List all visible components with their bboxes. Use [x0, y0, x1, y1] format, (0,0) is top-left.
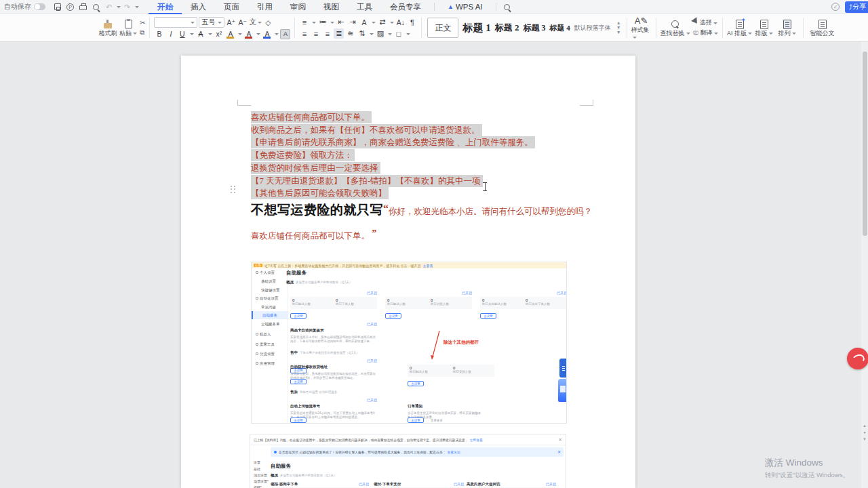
highlight-color-button[interactable]: A	[225, 29, 235, 39]
decrease-indent-button[interactable]: ⇤	[336, 17, 346, 27]
status-link: 已开启	[462, 291, 472, 295]
tab-reference[interactable]: 引用	[248, 0, 281, 14]
char-shading-button[interactable]: A	[280, 29, 290, 39]
styleset-group: A✎ 样式集	[629, 14, 654, 41]
decrease-font-button[interactable]: A⁻	[237, 17, 248, 27]
phonetic-guide-button[interactable]: 文	[249, 17, 262, 27]
tab-page[interactable]: 页面	[215, 0, 248, 14]
increase-font-button[interactable]: A⁺	[226, 17, 236, 27]
clear-format-button[interactable]: ◇	[263, 17, 273, 27]
align-center-button[interactable]: ≡	[311, 28, 321, 39]
shot2-overview: 概况多场景自动服务用户的整体数据（近1天）	[271, 473, 337, 478]
ribbon-spacer	[0, 14, 95, 41]
info-dot-icon	[274, 451, 277, 453]
shading-button[interactable]: ▨	[375, 28, 385, 39]
after-right-card: 订单通知 当订单发生状态变化时自动通知买家，提升买家购物体验与店铺服务质量。 去…	[408, 398, 482, 420]
tab-view[interactable]: 视图	[315, 0, 348, 14]
copy-button[interactable]: ⧉	[140, 28, 145, 37]
border-button[interactable]: □	[393, 28, 403, 39]
layout-button[interactable]: 排版	[753, 18, 776, 37]
undo-caret-icon[interactable]	[117, 6, 121, 10]
paste-button[interactable]: 粘贴	[118, 18, 138, 37]
status-link: 已开启	[359, 482, 369, 486]
bold-button[interactable]: B	[154, 29, 164, 39]
find-replace-button[interactable]: 查找替换	[660, 18, 690, 37]
char-color-blue-button[interactable]: A	[262, 29, 272, 39]
increase-indent-button[interactable]: ⇥	[347, 17, 357, 27]
vertical-scrollbar[interactable]	[861, 42, 868, 488]
italic-button[interactable]: I	[165, 29, 176, 39]
smart-doc-button[interactable]: 智能公文	[808, 18, 837, 37]
tab-review[interactable]: 审阅	[281, 0, 315, 14]
tab-tools[interactable]: 工具	[348, 0, 381, 14]
style-heading2[interactable]: 标题 2	[495, 22, 519, 34]
sort-button[interactable]: A↓	[395, 17, 406, 27]
scrollbar-thumb[interactable]	[863, 52, 867, 236]
preview-button[interactable]	[90, 2, 102, 12]
format-painter-button[interactable]: 格式刷	[98, 18, 118, 37]
save-button[interactable]	[52, 2, 63, 12]
print-button[interactable]	[77, 2, 89, 12]
redo-button[interactable]: ↷	[121, 2, 133, 12]
undo-button[interactable]: ↶	[103, 2, 115, 12]
tab-insert[interactable]: 插入	[182, 0, 215, 14]
superscript-button[interactable]: x²	[214, 29, 224, 39]
tab-wps-ai[interactable]: ▲WPS AI	[439, 0, 492, 14]
embedded-screenshot-1[interactable]: 公告 近7天有 公告上新：多场景自动化服务能力已升级，开启后可自动触达咨询用户，…	[251, 262, 567, 424]
style-heading3[interactable]: 标题 3	[523, 22, 545, 34]
doc-check-icon[interactable]: ✓	[831, 3, 840, 11]
share-button[interactable]: ⤴ 分享	[845, 1, 868, 13]
doc-line: 【申请售后前请先联系商家】，商家会赠送免费运费险 、上门取件等服务。	[251, 136, 535, 148]
autosave-toggle[interactable]	[34, 3, 45, 10]
style-default-font[interactable]: 默认段落字体	[574, 24, 611, 33]
menu-tabs: 开始 插入 页面 引用 审阅 视图 工具 会员专享 ▲WPS AI	[149, 0, 513, 14]
sidebar-item-personal: 个人设置	[252, 268, 288, 277]
tab-member[interactable]: 会员专享	[381, 0, 430, 14]
tab-home[interactable]: 开始	[149, 0, 182, 14]
ai-layout-button[interactable]: ✦ AI 排版	[727, 18, 753, 37]
paragraph-drag-handle-icon[interactable]	[231, 186, 237, 194]
style-heading1[interactable]: 标题 1	[462, 22, 490, 35]
gallery-scroll[interactable]: ▲▼▼	[616, 21, 621, 35]
export-pdf-button[interactable]: P	[64, 2, 76, 12]
style-set-button[interactable]: A✎ 样式集	[631, 15, 652, 41]
arrange-icon	[783, 20, 791, 29]
font-color-button[interactable]: A	[243, 29, 254, 39]
distribute-button[interactable]: ≋	[345, 28, 355, 39]
stat-card-2: 催付·下单未支付已开启 0昨日触达人数0昨日付款人数 去设置	[385, 291, 472, 321]
doc-line: 【免费运费险】领取方法：	[251, 149, 355, 161]
font-name-select[interactable]	[154, 17, 197, 28]
embedded-screenshot-2[interactable]: 已上线【资料库】功能，在会服活动使用中，系统水管校已知消费者问题来解决，或由智量…	[250, 434, 566, 488]
floating-action-button[interactable]	[847, 348, 868, 369]
floating-side-tab	[559, 359, 567, 378]
bullet-list-button[interactable]: ≡	[299, 17, 309, 27]
redo-caret-icon[interactable]	[135, 6, 139, 10]
underline-button[interactable]: U	[177, 29, 187, 39]
cut-button[interactable]: ✂	[140, 19, 145, 26]
font-size-select[interactable]: 五号	[199, 17, 224, 28]
scroll-nav-buttons[interactable]: ▲●▼	[863, 424, 867, 441]
shot2-sidebar-item: 消息设置	[254, 473, 267, 477]
sidebar-item-apps: 应用管理	[252, 359, 288, 367]
strikethrough-button[interactable]: A	[195, 29, 205, 39]
arrange-button[interactable]: 排列	[776, 18, 799, 37]
search-button[interactable]	[501, 2, 513, 12]
shot1-page-title: 自助服务	[286, 270, 307, 277]
search-icon	[504, 4, 510, 10]
sidebar-item-automation: 自动化设置	[252, 294, 288, 302]
numbered-list-button[interactable]: ≔	[317, 17, 328, 27]
style-normal[interactable]: 正文	[427, 18, 458, 38]
show-marks-button[interactable]: ¶	[407, 17, 417, 27]
style-heading4[interactable]: 标题 4	[549, 23, 570, 33]
doc-line: 退换货的时候售后理由一定要选择	[251, 162, 380, 174]
align-left-button[interactable]: ≡	[299, 28, 309, 39]
shot2-sidebar-item: 设置	[254, 460, 260, 464]
translate-button[interactable]: ㊣翻译	[693, 28, 718, 37]
select-button[interactable]: 选择	[693, 18, 718, 27]
line-spacing-button[interactable]: ⇅	[357, 28, 367, 39]
char-scale-button[interactable]: A	[359, 17, 369, 27]
autosave-label: 自动保存	[4, 2, 31, 12]
align-right-button[interactable]: ≡	[322, 28, 332, 39]
align-justify-button[interactable]: ≣	[334, 28, 344, 39]
text-direction-button[interactable]: ⇄	[377, 17, 387, 27]
